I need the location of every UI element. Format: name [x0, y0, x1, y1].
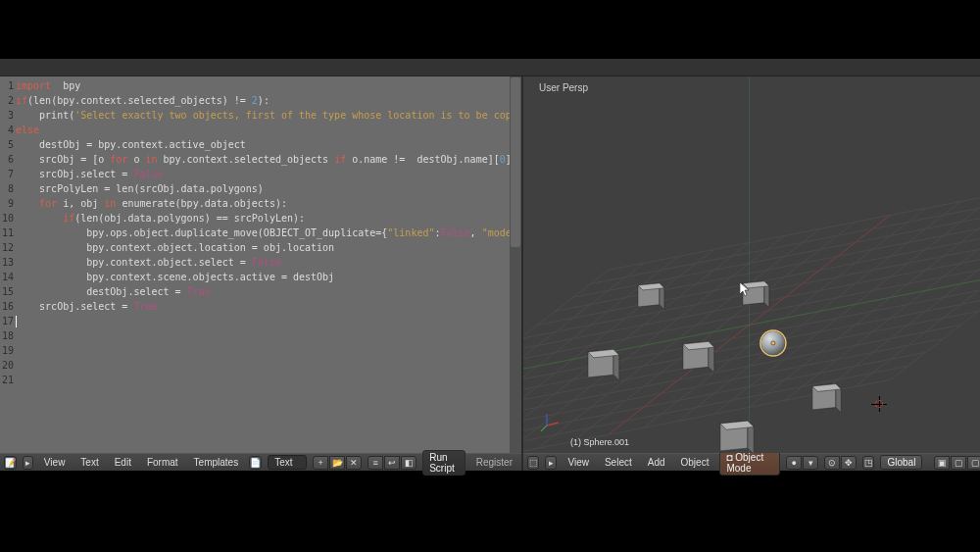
menu-3d-select[interactable]: Select — [600, 457, 637, 468]
open-text-icon[interactable]: 📂 — [329, 456, 345, 470]
vertical-scrollbar[interactable] — [510, 76, 521, 453]
browse-text-icon[interactable]: 📄 — [249, 456, 262, 470]
expand-menus-3d-icon[interactable]: ▸ — [545, 456, 557, 470]
svg-line-1 — [609, 160, 980, 270]
perspective-label: User Persp — [539, 82, 588, 93]
expand-menus-icon[interactable]: ▸ — [23, 456, 33, 470]
syntax-highlight-toggle[interactable]: ◧ — [401, 456, 416, 470]
code-content[interactable]: import bpyif(len(bpy.context.selected_ob… — [16, 76, 521, 453]
shading-menu-icon[interactable]: ▾ — [803, 456, 818, 470]
svg-line-3 — [591, 174, 980, 283]
word-wrap-toggle[interactable]: ↩ — [384, 456, 400, 470]
code-editor[interactable]: 123456789101112131415161718192021 import… — [0, 76, 521, 453]
layer-1-icon[interactable]: ▣ — [934, 456, 950, 470]
layer-div-icon[interactable]: ▢ — [967, 456, 980, 470]
object-mode-icon: ◘ — [726, 452, 735, 463]
menu-edit[interactable]: Edit — [110, 457, 136, 468]
layer-buttons: ▣ ▢ ▢ — [934, 456, 980, 470]
menu-templates[interactable]: Templates — [189, 457, 244, 468]
new-text-icon[interactable]: + — [313, 456, 328, 470]
svg-line-28 — [819, 174, 980, 393]
svg-line-8 — [523, 242, 750, 453]
unlink-text-icon[interactable]: ✕ — [346, 456, 362, 470]
svg-point-57 — [771, 341, 775, 345]
layer-2-icon[interactable]: ▢ — [951, 456, 966, 470]
pivot-point-icon[interactable]: ⊙ — [824, 456, 840, 470]
menu-text[interactable]: Text — [75, 457, 103, 468]
svg-line-10 — [523, 235, 784, 453]
menu-3d-object[interactable]: Object — [676, 457, 714, 468]
active-object-label: (1) Sphere.001 — [570, 437, 629, 447]
pivot-buttons: ⊙ ✥ — [824, 456, 857, 470]
window-tab-bar — [0, 59, 980, 76]
view3d-area: User Persp (1) Sphere.001 ⬚ ▸ View Selec… — [523, 76, 980, 471]
mode-selector[interactable]: ◘ Object Mode — [719, 450, 780, 476]
orientation-selector[interactable]: Global — [880, 455, 922, 470]
menu-view[interactable]: View — [39, 457, 71, 468]
text-editor-header: 📝 ▸ View Text Edit Format Templates 📄 Te… — [0, 453, 521, 471]
text-editor-area: 123456789101112131415161718192021 import… — [0, 76, 523, 471]
viewport-canvas — [523, 76, 980, 453]
3d-viewport[interactable]: User Persp (1) Sphere.001 — [523, 76, 980, 453]
register-checkbox-label[interactable]: Register — [471, 457, 517, 468]
menu-3d-view[interactable]: View — [563, 457, 594, 468]
manipulator-toggle-icon[interactable]: ◳ — [862, 456, 874, 470]
shading-solid-icon[interactable]: ● — [786, 456, 802, 470]
line-number-gutter: 123456789101112131415161718192021 — [0, 76, 16, 453]
menu-format[interactable]: Format — [142, 457, 183, 468]
menu-3d-add[interactable]: Add — [643, 457, 670, 468]
svg-line-32 — [890, 160, 980, 379]
scrollbar-thumb[interactable] — [511, 77, 520, 247]
editor-type-icon[interactable]: 📝 — [4, 456, 17, 470]
3d-cursor-icon — [871, 396, 887, 412]
view3d-header: ⬚ ▸ View Select Add Object ◘ Object Mode… — [523, 453, 980, 471]
script-name-field[interactable]: Text — [268, 455, 307, 470]
text-file-buttons: + 📂 ✕ — [313, 456, 362, 470]
manipulator-icon[interactable]: ✥ — [841, 456, 857, 470]
display-toggles: ≡ ↩ ◧ — [368, 456, 416, 470]
run-script-button[interactable]: Run Script — [422, 450, 466, 476]
svg-line-22 — [714, 194, 980, 414]
line-numbers-toggle[interactable]: ≡ — [368, 456, 383, 470]
shading-buttons: ● ▾ — [786, 456, 818, 470]
editor-type-3d-icon[interactable]: ⬚ — [527, 456, 539, 470]
